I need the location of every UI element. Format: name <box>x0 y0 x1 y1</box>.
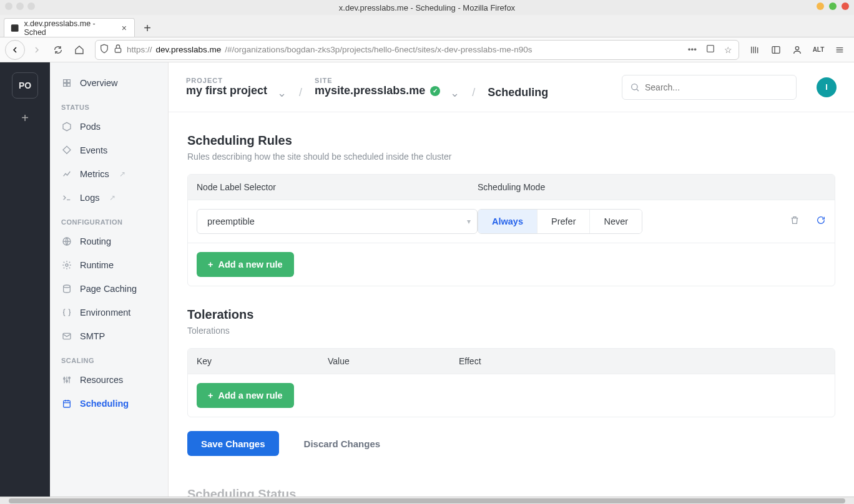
breadcrumb-label: PROJECT <box>186 77 267 84</box>
section-title: Tolerations <box>187 308 835 322</box>
account-icon <box>792 45 802 55</box>
sidebar-item-pods[interactable]: Pods <box>50 115 168 138</box>
topbar: PROJECT my first project ⌄ / SITE mysite… <box>169 62 854 112</box>
sidebar-item-smtp[interactable]: SMTP <box>50 324 168 348</box>
discard-button[interactable]: Discard Changes <box>304 439 381 449</box>
sidebar-item-runtime[interactable]: Runtime <box>50 253 168 277</box>
sidebar-item-environment[interactable]: Environment <box>50 301 168 324</box>
sidebar-item-scheduling[interactable]: Scheduling <box>50 392 168 415</box>
breadcrumb-site[interactable]: SITE mysite.presslabs.me ✓ <box>315 77 440 97</box>
reload-button[interactable] <box>49 41 67 59</box>
add-toleration-button[interactable]: + Add a new rule <box>197 383 294 408</box>
breadcrumb-separator: / <box>299 86 302 99</box>
page-title: Scheduling <box>488 86 548 99</box>
sidebar-item-metrics[interactable]: Metrics↗ <box>50 162 168 186</box>
caret-down-icon: ▾ <box>467 217 471 226</box>
account-button[interactable] <box>788 41 807 59</box>
sidebar[interactable]: Overview STATUS Pods Events Metrics↗ Log… <box>50 62 169 497</box>
mode-never-button[interactable]: Never <box>590 210 642 233</box>
bookmark-icon[interactable]: ☆ <box>722 45 735 55</box>
url-bar[interactable]: https://dev.presslabs.me/#/organizations… <box>95 40 739 60</box>
sidebar-item-events[interactable]: Events <box>50 138 168 162</box>
menu-button[interactable] <box>830 41 849 59</box>
new-tab-button[interactable]: + <box>139 19 156 37</box>
sidebar-item-label: SMTP <box>80 331 105 341</box>
site-name: mysite.presslabs.me <box>315 84 425 97</box>
scheduling-rules-table: Node Label Selector Scheduling Mode pree… <box>187 174 835 286</box>
page-actions-icon[interactable]: ••• <box>685 45 699 54</box>
sidebar-item-page-caching[interactable]: Page Caching <box>50 277 168 301</box>
svg-rect-6 <box>67 80 71 83</box>
sidebar-item-label: Pods <box>80 122 101 132</box>
alt-button[interactable]: ALT <box>809 41 828 59</box>
main-panel: PROJECT my first project ⌄ / SITE mysite… <box>169 62 854 497</box>
save-button[interactable]: Save Changes <box>187 431 279 456</box>
breadcrumb-project[interactable]: PROJECT my first project <box>186 77 267 97</box>
section-title: Scheduling Rules <box>187 133 835 148</box>
browser-tab[interactable]: x.dev.presslabs.me - Sched × <box>4 18 135 37</box>
sidebar-item-routing[interactable]: Routing <box>50 230 168 253</box>
favicon-icon <box>11 24 19 32</box>
browser-tabstrip: x.dev.presslabs.me - Sched × + <box>0 15 854 37</box>
sidebar-item-label: Environment <box>80 308 130 317</box>
add-rule-button[interactable]: + Add a new rule <box>197 252 294 277</box>
sidebar-item-label: Logs <box>80 193 99 203</box>
add-org-button[interactable]: + <box>21 111 29 125</box>
window-close-icon[interactable] <box>842 2 849 10</box>
svg-rect-16 <box>64 400 71 407</box>
horizontal-scrollbar[interactable] <box>0 497 854 504</box>
breadcrumb-value: my first project <box>186 84 267 97</box>
svg-rect-7 <box>64 84 67 87</box>
user-avatar[interactable]: I <box>817 77 837 97</box>
tab-title: x.dev.presslabs.me - Sched <box>24 19 115 37</box>
table-header: Node Label Selector Scheduling Mode <box>188 175 835 200</box>
org-badge[interactable]: PO <box>12 72 38 99</box>
external-link-icon: ↗ <box>119 170 125 178</box>
mode-prefer-button[interactable]: Prefer <box>537 210 591 233</box>
sidebar-toggle-button[interactable] <box>767 41 785 59</box>
sidebar-item-overview[interactable]: Overview <box>50 71 168 95</box>
breadcrumb-separator: / <box>472 86 475 99</box>
column-header: Key <box>197 356 328 366</box>
plus-icon: + <box>208 259 213 269</box>
external-link-icon: ↗ <box>109 193 115 202</box>
home-button[interactable] <box>70 41 89 59</box>
forward-button[interactable] <box>27 41 46 59</box>
svg-rect-1 <box>115 48 120 52</box>
svg-point-4 <box>795 46 798 49</box>
reader-icon[interactable] <box>703 44 718 56</box>
chevron-down-icon[interactable]: ⌄ <box>277 86 287 100</box>
add-row-container: + Add a new rule <box>188 243 835 286</box>
hamburger-icon <box>835 45 845 55</box>
calendar-icon <box>61 398 72 409</box>
chevron-down-icon[interactable]: ⌄ <box>450 86 459 100</box>
arrow-left-icon <box>10 45 20 55</box>
section-subtitle: Rules describing how the site should be … <box>187 152 835 162</box>
tag-icon <box>61 145 72 156</box>
window-maximize-icon[interactable] <box>829 2 837 10</box>
library-button[interactable] <box>745 41 764 59</box>
verified-icon: ✓ <box>430 86 440 96</box>
svg-rect-2 <box>707 46 714 52</box>
search-input[interactable] <box>622 75 797 100</box>
sidebar-item-label: Events <box>80 145 107 155</box>
reset-row-button[interactable] <box>816 215 826 228</box>
terminal-icon <box>61 192 72 203</box>
sidebar-item-label: Routing <box>80 236 111 246</box>
sidebar-item-logs[interactable]: Logs↗ <box>50 186 168 210</box>
scrollbar-thumb[interactable] <box>9 498 845 503</box>
tab-close-button[interactable]: × <box>120 23 128 33</box>
search-field[interactable] <box>645 82 788 92</box>
delete-row-button[interactable] <box>790 215 800 228</box>
mode-always-button[interactable]: Always <box>478 210 537 233</box>
back-button[interactable] <box>5 40 25 60</box>
sidebar-item-resources[interactable]: Resources <box>50 368 168 392</box>
window-minimize-icon[interactable] <box>817 2 824 10</box>
sidebar-item-label: Resources <box>80 375 123 385</box>
button-label: Add a new rule <box>218 390 282 400</box>
column-header: Value <box>328 356 459 366</box>
section-subtitle: Tolerations <box>187 326 835 336</box>
node-label-select[interactable]: preemptible ▾ <box>197 209 478 234</box>
content-scroll[interactable]: Scheduling Rules Rules describing how th… <box>169 112 854 497</box>
sidebar-item-label: Scheduling <box>80 399 129 409</box>
